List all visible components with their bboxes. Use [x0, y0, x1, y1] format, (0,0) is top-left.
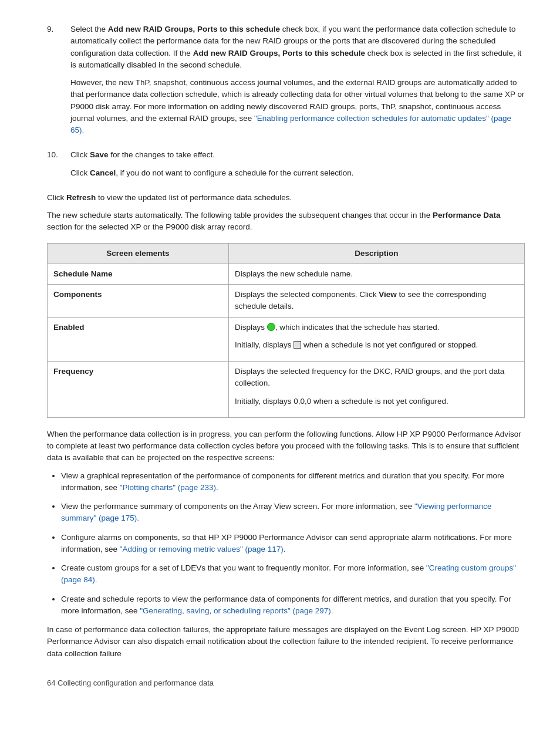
element-components: Components	[48, 285, 229, 318]
step-10-content: Click Save for the changes to take effec…	[70, 149, 525, 185]
step-9: 9. Select the Add new RAID Groups, Ports…	[47, 23, 525, 142]
step-9-subpara: However, the new ThP, snapshot, continuo…	[70, 77, 525, 136]
para-failure: In case of performance data collection f…	[47, 624, 525, 660]
step-9-bold-1: Add new RAID Groups, Ports to this sched…	[108, 25, 280, 33]
view-bold: View	[379, 290, 397, 299]
element-frequency: Frequency	[48, 362, 229, 418]
list-item: Configure alarms on components, so that …	[61, 532, 525, 556]
list-item: Create custom groups for a set of LDEVs …	[61, 562, 525, 586]
step-10-number: 10.	[47, 149, 70, 185]
step-10-save-bold: Save	[90, 150, 109, 159]
desc-components: Displays the selected components. Click …	[228, 285, 524, 318]
frequency-line-1: Displays the selected frequency for the …	[235, 366, 518, 390]
step-9-link[interactable]: "Enabling performance collection schedul…	[70, 114, 511, 134]
col-description: Description	[228, 243, 524, 264]
desc-frequency: Displays the selected frequency for the …	[228, 362, 524, 418]
para-new-schedule: The new schedule starts automatically. T…	[47, 210, 525, 234]
generating-reports-link[interactable]: "Generating, saving, or scheduling repor…	[140, 606, 333, 615]
step-10: 10. Click Save for the changes to take e…	[47, 149, 525, 185]
green-circle-icon	[267, 323, 275, 331]
list-item: Create and schedule reports to view the …	[61, 593, 525, 617]
performance-data-bold: Performance Data	[433, 211, 501, 220]
plotting-charts-link[interactable]: "Plotting charts" (page 233).	[120, 483, 218, 492]
col-screen-elements: Screen elements	[48, 243, 229, 264]
element-schedule-name: Schedule Name	[48, 264, 229, 284]
step-10-save: Click Save for the changes to take effec…	[70, 149, 525, 161]
list-item: View the performance summary of componen…	[61, 501, 525, 525]
page-content: 9. Select the Add new RAID Groups, Ports…	[47, 23, 525, 688]
viewing-perf-summary-link[interactable]: "Viewing performance summary" (page 175)…	[61, 502, 491, 522]
step-9-content: Select the Add new RAID Groups, Ports to…	[70, 23, 525, 142]
para-perf-intro: When the performance data collection is …	[47, 428, 525, 464]
enabled-line-1: Displays , which indicates that the sche…	[235, 322, 518, 333]
footer-text: 64 Collecting configuration and performa…	[47, 679, 214, 687]
table-row: Components Displays the selected compone…	[48, 285, 525, 318]
checkbox-unchecked-icon	[294, 341, 301, 349]
step-9-text: Select the Add new RAID Groups, Ports to…	[70, 23, 525, 71]
step-9-bold-2: Add new RAID Groups, Ports to this sched…	[193, 49, 365, 58]
refresh-bold: Refresh	[66, 193, 96, 202]
para-refresh: Click Refresh to view the updated list o…	[47, 192, 525, 204]
table-row: Schedule Name Displays the new schedule …	[48, 264, 525, 284]
frequency-line-2: Initially, displays 0,0,0 when a schedul…	[235, 396, 518, 407]
element-enabled: Enabled	[48, 317, 229, 362]
page-footer: 64 Collecting configuration and performa…	[47, 677, 525, 689]
table-row: Enabled Displays , which indicates that …	[48, 317, 525, 362]
step-10-cancel-bold: Cancel	[90, 168, 116, 177]
step-10-cancel: Click Cancel, if you do not want to conf…	[70, 167, 525, 179]
bullet-list: View a graphical representation of the p…	[61, 470, 525, 617]
list-item: View a graphical representation of the p…	[61, 470, 525, 494]
table-body: Schedule Name Displays the new schedule …	[48, 264, 525, 417]
table-row: Frequency Displays the selected frequenc…	[48, 362, 525, 418]
desc-schedule-name: Displays the new schedule name.	[228, 264, 524, 284]
desc-enabled: Displays , which indicates that the sche…	[228, 317, 524, 362]
creating-custom-groups-link[interactable]: "Creating custom groups" (page 84).	[61, 563, 516, 584]
screen-elements-table: Screen elements Description Schedule Nam…	[47, 243, 525, 418]
enabled-line-2: Initially, displays when a schedule is n…	[235, 339, 518, 351]
step-9-number: 9.	[47, 23, 70, 142]
adding-removing-metric-link[interactable]: "Adding or removing metric values" (page…	[120, 545, 286, 553]
table-header: Screen elements Description	[48, 243, 525, 264]
